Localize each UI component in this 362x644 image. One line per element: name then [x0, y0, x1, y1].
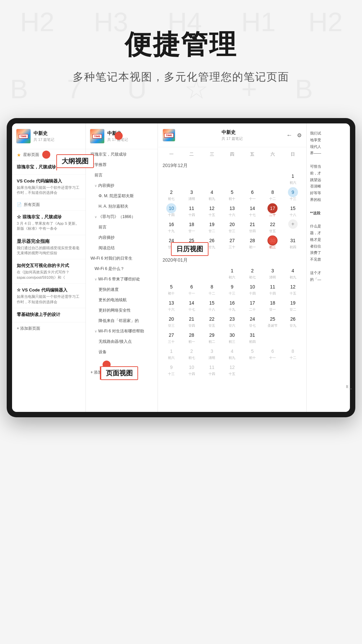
- cal-j-10[interactable]: 10十四: [242, 281, 262, 297]
- outline-item-18[interactable]: 无线路由器/接入点: [86, 336, 158, 347]
- cal-j-1[interactable]: 1初六: [222, 265, 242, 281]
- outline-item-7[interactable]: 前言: [86, 222, 158, 232]
- cal-j-n12[interactable]: 12十五: [222, 361, 242, 377]
- cal-j-25[interactable]: 25圣诞节: [262, 313, 283, 329]
- outline-item-11[interactable]: Wi-Fi 6 是什么？: [86, 264, 158, 274]
- cal-j-12[interactable]: 12十五: [283, 281, 303, 297]
- cal-day-5[interactable]: 5初十: [222, 186, 242, 202]
- cal-j-11[interactable]: 11十四: [262, 281, 283, 297]
- outline-item-16[interactable]: 降低来自「邻居家」的: [86, 316, 158, 326]
- cal-day-16[interactable]: 16十九: [161, 218, 181, 234]
- cal-j-5[interactable]: 5初十: [161, 281, 181, 297]
- outline-item-19[interactable]: 设备: [86, 347, 158, 357]
- cal-j-24[interactable]: 24廿七: [242, 313, 262, 329]
- cal-day-17[interactable]: 17二十: [262, 202, 283, 218]
- weekday-tue: 二: [181, 150, 201, 159]
- cal-j-n8[interactable]: 8十二: [283, 345, 303, 361]
- cal-j-2[interactable]: 2初七: [242, 265, 262, 281]
- outline-item-9[interactable]: 阅读总结: [86, 243, 158, 253]
- cal-day-18[interactable]: 18廿一: [181, 218, 201, 234]
- cal-day-4[interactable]: 4初九: [202, 186, 222, 202]
- outline-item-15[interactable]: 更好的网络安全性: [86, 305, 158, 316]
- list-item-2[interactable]: ☆ 琼瑰非宝，尺牍成珍 3 月 4 日，苹果发布了《App S 更新。新版《标准…: [12, 211, 85, 235]
- outline-item-13[interactable]: 更快的速度: [86, 284, 158, 295]
- cal-add-btn[interactable]: +: [283, 218, 303, 234]
- outline-item-8[interactable]: 内容摘抄: [86, 232, 158, 243]
- outline-item-5[interactable]: H. A. 别尔嘉耶夫: [86, 201, 158, 212]
- outline-item-12[interactable]: ∨ Wi-Fi 6 带来了哪些好处: [86, 274, 158, 284]
- outline-item-3[interactable]: ∨ 内容摘抄: [86, 180, 158, 191]
- cal-j-15[interactable]: 15十八: [202, 297, 222, 313]
- outline-item-6[interactable]: ∨ 《罪与罚》（1866）: [86, 212, 158, 222]
- outline-item-1[interactable]: 文学推荐: [86, 160, 158, 170]
- list-item-6[interactable]: 零基础快读上手的设计: [12, 308, 85, 322]
- cal-j-27[interactable]: 27三十: [161, 329, 181, 345]
- cal-j-n2[interactable]: 2初七: [181, 345, 201, 361]
- cal-j-29[interactable]: 29初二: [202, 329, 222, 345]
- cal-day-12[interactable]: 12十五: [202, 202, 222, 218]
- cal-j-3[interactable]: 3清明: [262, 265, 283, 281]
- back-arrow[interactable]: ←: [286, 132, 292, 139]
- cal-j-31[interactable]: 31初四: [242, 329, 262, 345]
- cal-day-28[interactable]: 28初一: [242, 234, 262, 251]
- cal-j-n6[interactable]: 6十一: [262, 345, 283, 361]
- cal-j-16[interactable]: 16十九: [222, 297, 242, 313]
- cal-j-14[interactable]: 14十七: [181, 297, 201, 313]
- outline-item-4[interactable]: Φ. M. 陀思妥耶夫斯: [86, 191, 158, 201]
- list-item-5[interactable]: ☆ VS Code 代码编辑器入 如果当电脑只能装一个软件还需学习工作时，不知道…: [12, 284, 85, 308]
- cal-j-4[interactable]: 4初九: [283, 265, 303, 281]
- cal-day-3[interactable]: 3清明: [181, 186, 201, 202]
- gear-icon[interactable]: ⚙: [297, 132, 302, 139]
- cal-j-23[interactable]: 23廿六: [222, 313, 242, 329]
- cal-j-6[interactable]: 6十一: [181, 281, 201, 297]
- outline-item-2[interactable]: 前言: [86, 170, 158, 180]
- list-item-3[interactable]: 显示器完全指南 我们通过自己的眼睛感受现实世受着毫无束缚的视野与绚烂缤纷: [12, 235, 85, 260]
- cal-j-n3[interactable]: 3清明: [202, 345, 222, 361]
- cal-day-21[interactable]: 21廿四: [242, 218, 262, 234]
- cal-j-n4[interactable]: 4初九: [222, 345, 242, 361]
- cal-day-6[interactable]: 6十一: [242, 186, 262, 202]
- add-icon[interactable]: +: [288, 219, 298, 229]
- cal-j-8[interactable]: 8十二: [202, 281, 222, 297]
- cal-j-18[interactable]: 18廿一: [262, 297, 283, 313]
- cal-j-19[interactable]: 19廿二: [283, 297, 303, 313]
- cal-day-14[interactable]: 14十七: [242, 202, 262, 218]
- cal-j-20[interactable]: 20廿三: [161, 313, 181, 329]
- list-item-1[interactable]: VS Code 代码编辑器入 如果当电脑只能装一个软件还需学习工作时，不知道你的…: [12, 175, 85, 199]
- cal-day-9[interactable]: 9十三: [283, 186, 303, 202]
- cal-day-11[interactable]: 11十四: [181, 202, 201, 218]
- add-page-list[interactable]: + 添加新页面: [12, 322, 85, 335]
- cal-j-n11[interactable]: 11十四: [202, 361, 222, 377]
- cal-day-8[interactable]: 8十二: [262, 186, 283, 202]
- cal-j-21[interactable]: 21廿四: [181, 313, 201, 329]
- cal-day-19[interactable]: 19廿二: [202, 218, 222, 234]
- outline-text-3: 内容摘抄: [98, 183, 114, 189]
- cal-day-30[interactable]: 30初三: [262, 234, 283, 251]
- cal-j-9[interactable]: 9十三: [222, 281, 242, 297]
- cal-j-n10[interactable]: 10十四: [181, 361, 201, 377]
- cal-day-22[interactable]: 22廿五: [262, 218, 283, 234]
- cal-day-1[interactable]: 1 初六: [283, 170, 303, 186]
- cal-j-26[interactable]: 26廿九: [283, 313, 303, 329]
- cal-j-n9[interactable]: 9十三: [161, 361, 181, 377]
- cal-j-17[interactable]: 17二十: [242, 297, 262, 313]
- cal-j-28[interactable]: 28初一: [181, 329, 201, 345]
- cal-day-27[interactable]: 27三十: [222, 234, 242, 251]
- cal-j-n5[interactable]: 5初十: [242, 345, 262, 361]
- list-item-4[interactable]: 如何交互可视化你的卡片式 在《[如何高效实践卡片式写作？sspai.com/po…: [12, 259, 85, 284]
- outline-item-17[interactable]: ∨ Wi-Fi 6 对生活有哪些帮助: [86, 326, 158, 336]
- cal-j-n1[interactable]: 1初六: [161, 345, 181, 361]
- cal-day-13[interactable]: 13十六: [222, 202, 242, 218]
- cal-j-30[interactable]: 30初三: [222, 329, 242, 345]
- cal-day-10[interactable]: 10十四: [161, 202, 181, 218]
- cal-day-31[interactable]: 31初四: [283, 234, 303, 251]
- outline-item-14[interactable]: 更长的电池续航: [86, 295, 158, 305]
- cal-j-13[interactable]: 13十六: [161, 297, 181, 313]
- cal-day-15[interactable]: 15十八: [283, 202, 303, 218]
- all-pages[interactable]: 📄 所有页面: [12, 199, 85, 211]
- outline-item-0[interactable]: 琼瑰非宝，尺牍成珍: [86, 149, 158, 160]
- outline-item-10[interactable]: Wi-Fi 6 对我们的日常生: [86, 253, 158, 264]
- cal-day-20[interactable]: 20廿三: [222, 218, 242, 234]
- cal-day-2[interactable]: 2初七: [161, 186, 181, 202]
- cal-j-22[interactable]: 22廿五: [202, 313, 222, 329]
